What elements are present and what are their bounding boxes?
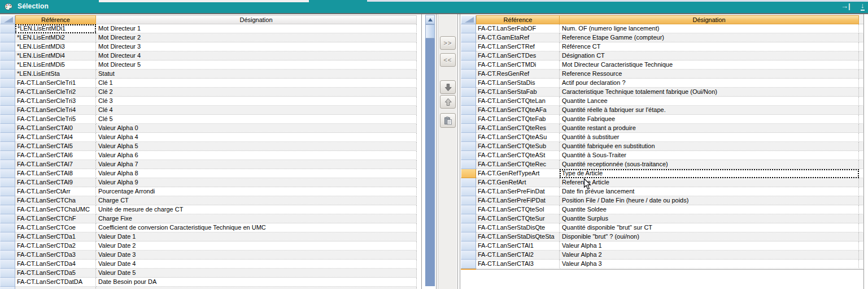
designation-cell[interactable]: Quantite restant a produire [560, 124, 859, 133]
row-header-cell[interactable] [461, 24, 476, 33]
reference-cell[interactable]: FA-CT.LanSerCTDa5 [15, 269, 96, 278]
reference-cell[interactable]: FA-CT.LanSerCTQteRec [476, 160, 560, 169]
designation-cell[interactable]: Valeur Alpha 2 [560, 251, 859, 260]
table-row[interactable]: FA-CT.LanSerStaFabCaracteristique Techni… [461, 88, 864, 97]
reference-cell[interactable]: FA-CT.LanSerCTAl6 [15, 151, 96, 160]
table-row[interactable]: FA-CT.LanSerCTAl9Valeur Alpha 9 [0, 178, 417, 187]
table-row[interactable]: FA-CT.LanSerCTQteResQuantite restant a p… [461, 124, 864, 133]
move-down-button[interactable] [440, 80, 456, 94]
table-row[interactable]: FA-CT.LanSerFabOFNum. OF (numero ligne l… [461, 24, 864, 33]
designation-cell[interactable]: Quantite Lancee [560, 97, 859, 106]
designation-cell[interactable]: Clé 5 [96, 115, 417, 124]
designation-cell[interactable]: Valeur Alpha 7 [96, 160, 417, 169]
table-row[interactable]: FA-CT.LanSerCTDa2Valeur Date 2 [0, 241, 417, 251]
table-row[interactable]: FA-CT.LanSerCTQteAStQuantité à Sous-Trai… [461, 151, 864, 160]
reference-cell[interactable]: FA-CT.GamEtaRef [476, 33, 560, 42]
table-row[interactable]: FA-CT.ResGenRefReference Ressource [461, 70, 864, 79]
designation-cell[interactable]: Disponible "brut" ? (oui/non) [560, 232, 859, 241]
column-header-reference[interactable]: Référence [476, 15, 560, 24]
row-header-cell[interactable] [0, 178, 15, 187]
designation-cell[interactable]: Charge Fixe [96, 214, 417, 223]
reference-cell[interactable]: FA-CT.LanSerCTQteSub [476, 142, 560, 151]
reference-cell[interactable]: FA-CT.LanSerStaDisQte [476, 223, 560, 232]
table-row[interactable]: FA-CT.LanSerCTAl0Valeur Alpha 0 [0, 124, 417, 133]
row-header-cell[interactable] [461, 133, 476, 142]
table-row[interactable]: FA-CT.LanSerCTQteSubQuantité fabriquée e… [461, 142, 864, 151]
row-header-cell[interactable] [461, 205, 476, 214]
reference-cell[interactable]: FA-CT.LanSerCTQteASu [476, 133, 560, 142]
designation-cell[interactable]: Quantité receptionnée (sous-traitance) [560, 160, 859, 169]
reference-cell[interactable]: *LEN.LisEntSta [15, 70, 96, 79]
table-row[interactable]: *LEN.LisEntMDi2Mot Directeur 2 [0, 33, 417, 42]
reference-cell[interactable]: FA-CT.LanSerCTQteAFa [476, 106, 560, 115]
table-row[interactable]: FA-CT.LanSerCTDa4Valeur Date 4 [0, 260, 417, 269]
reference-cell[interactable]: FA-CT.LanSerCTQteSur [476, 214, 560, 223]
table-row[interactable]: FA-CT.LanSerCleTri5Clé 5 [0, 115, 417, 124]
reference-cell[interactable]: FA-CT.LanSerCTQteLan [476, 97, 560, 106]
row-header-cell[interactable] [461, 124, 476, 133]
reference-cell[interactable]: *LEN.LisEntMDi5 [15, 61, 96, 70]
designation-cell[interactable]: Quantité réelle à fabriquer sur l'étape. [560, 106, 859, 115]
table-row[interactable]: FA-CT.LanSerCTDa5Valeur Date 5 [0, 269, 417, 278]
table-row[interactable]: FA-CT.LanSerStaDisActif pour declaration… [461, 79, 864, 88]
row-header-cell[interactable] [461, 151, 476, 160]
reference-cell[interactable]: *LEN.LisEntMDi1 [15, 24, 96, 33]
reference-cell[interactable]: FA-CT.LanSerCTAl2 [476, 251, 560, 260]
table-row[interactable]: FA-CT.LanSerCleTri1Clé 1 [0, 79, 417, 88]
reference-cell[interactable]: FA-CT.LanSerPreFinDat [476, 187, 560, 196]
table-row[interactable]: FA-CT.LanSerCTQteASuQuantité à substitue… [461, 133, 864, 142]
row-header-cell[interactable] [0, 42, 15, 51]
row-header-cell[interactable] [461, 70, 476, 79]
table-row[interactable]: FA-CT.LanSerCTQteSurQuantite Surplus [461, 214, 864, 223]
row-header-cell[interactable] [461, 61, 476, 70]
table-row[interactable]: *LEN.LisEntMDi1Mot Directeur 1 [0, 24, 417, 33]
reference-cell[interactable] [15, 287, 96, 289]
reference-cell[interactable]: FA-CT.LanSerCleTri5 [15, 115, 96, 124]
designation-cell[interactable]: Clé 3 [96, 97, 417, 106]
designation-cell[interactable]: Valeur Alpha 5 [96, 142, 417, 151]
designation-cell[interactable]: Valeur Alpha 1 [560, 241, 859, 251]
table-row[interactable]: FA-CT.GenRefTypeArtType de Article [461, 169, 864, 178]
row-header-cell[interactable] [0, 151, 15, 160]
row-header-cell[interactable] [461, 51, 476, 61]
table-row[interactable]: FA-CT.GenRefArtReference Article [461, 178, 864, 187]
designation-cell[interactable]: Valeur Alpha 0 [96, 124, 417, 133]
reference-cell[interactable]: FA-CT.LanSerStaFab [476, 88, 560, 97]
reference-cell[interactable]: *LEN.LisEntMDi2 [15, 33, 96, 42]
designation-cell[interactable]: Mot Directeur 1 [96, 24, 417, 33]
table-row[interactable]: FA-CT.LanSerCTDatDADate Besoin pour DA [0, 278, 417, 287]
designation-cell[interactable]: Quantite Soldee [560, 205, 859, 214]
row-header-cell[interactable] [0, 160, 15, 169]
table-row[interactable]: FA-CT.LanSerCtArrPourcentage Arrondi [0, 187, 417, 196]
reference-cell[interactable]: FA-CT.LanSerCTDa4 [15, 260, 96, 269]
table-row[interactable]: FA-CT.LanSerCTMDiMot Directeur Caracteri… [461, 61, 864, 70]
reference-cell[interactable]: FA-CT.LanSerCTAl4 [15, 133, 96, 142]
designation-cell[interactable]: Date fin prévue lancement [560, 187, 859, 196]
designation-cell[interactable]: Quantité fabriquée en substitution [560, 142, 859, 151]
row-header-cell[interactable] [0, 278, 15, 287]
reference-cell[interactable]: FA-CT.LanSerCleTri3 [15, 97, 96, 106]
table-row[interactable]: FA-CT.LanSerCTDa3Valeur Date 3 [0, 251, 417, 260]
move-up-button[interactable] [440, 95, 456, 109]
left-table-scrollbar[interactable] [425, 15, 435, 286]
row-header-cell[interactable] [0, 251, 15, 260]
table-row[interactable]: *LEN.LisEntStaStatut [0, 70, 417, 79]
row-header-cell[interactable] [461, 169, 476, 178]
table-row[interactable]: FA-CT.LanSerCTChaCharge CT [0, 196, 417, 205]
table-row[interactable]: FA-CT.LanSerCTQteRecQuantité receptionné… [461, 160, 864, 169]
designation-cell[interactable]: Clé 1 [96, 79, 417, 88]
reference-cell[interactable]: *LEN.LisEntMDi3 [15, 42, 96, 51]
row-header-cell[interactable] [461, 142, 476, 151]
table-row[interactable]: FA-CT.LanSerCTDa1Valeur Date 1 [0, 232, 417, 241]
designation-cell[interactable]: Reference Etape Gamme (compteur) [560, 33, 859, 42]
row-header-cell[interactable] [461, 214, 476, 223]
table-row[interactable]: FA-CT.LanSerCTRefRéférence CT [461, 42, 864, 51]
reference-cell[interactable]: FA-CT.LanSerCTRef [476, 42, 560, 51]
reference-cell[interactable]: FA-CT.LanSerCTAl7 [15, 160, 96, 169]
table-row[interactable]: FA-CT.LanSerCTDesDésignation CT [461, 51, 864, 61]
scrollbar-thumb[interactable] [425, 24, 435, 38]
reference-cell[interactable]: FA-CT.LanSerCTAl9 [15, 178, 96, 187]
designation-cell[interactable]: Valeur Alpha 6 [96, 151, 417, 160]
row-header-cell[interactable] [461, 160, 476, 169]
designation-cell[interactable]: Mot Directeur 2 [96, 33, 417, 42]
